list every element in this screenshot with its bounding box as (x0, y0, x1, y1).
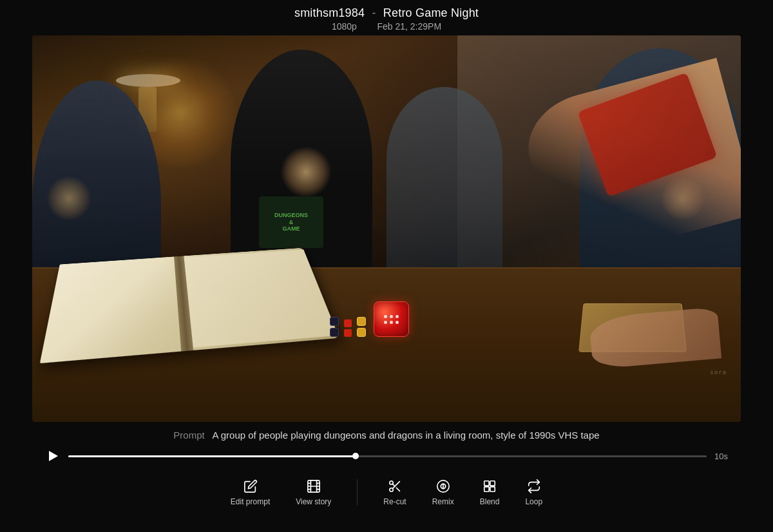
progress-bar[interactable] (68, 455, 707, 457)
die-big-red (374, 301, 409, 337)
view-story-label: View story (296, 497, 331, 506)
edit-prompt-label: Edit prompt (231, 497, 270, 506)
play-button[interactable] (45, 448, 61, 464)
face-left (46, 176, 91, 221)
die-black-2 (330, 328, 339, 337)
face-center (280, 146, 332, 198)
film-icon (305, 478, 322, 495)
bottom-section: Prompt A group of people playing dungeon… (32, 422, 741, 518)
video-player[interactable]: DUNGEONS&GAME (32, 35, 741, 422)
view-story-button[interactable]: View story (283, 474, 344, 510)
die-yellow-1 (357, 317, 366, 326)
video-date: Feb 21, 2:29PM (377, 21, 441, 32)
video-frame: DUNGEONS&GAME (32, 35, 741, 422)
die-red-small-1 (344, 319, 352, 327)
progress-scrubber[interactable] (352, 453, 359, 459)
remix-button[interactable]: Remix (419, 474, 467, 510)
recut-label: Re-cut (383, 497, 406, 506)
person-back-right (386, 87, 502, 267)
loop-label: Loop (525, 497, 542, 506)
svg-line-11 (396, 488, 399, 491)
svg-rect-15 (484, 481, 489, 486)
play-icon (49, 451, 58, 461)
die-yellow-2 (357, 328, 366, 337)
tshirt: DUNGEONS&GAME (259, 196, 323, 248)
recut-button[interactable]: Re-cut (370, 474, 419, 510)
pencil-icon (242, 478, 259, 495)
loop-icon (526, 478, 542, 495)
watermark: sora (710, 369, 727, 375)
prompt-label: Prompt (173, 430, 204, 441)
dice-group (330, 301, 409, 337)
die-red-small-2 (344, 329, 352, 337)
remix-icon (435, 478, 452, 495)
svg-rect-17 (484, 487, 489, 491)
svg-rect-16 (490, 481, 495, 486)
blend-button[interactable]: Blend (467, 474, 513, 510)
blend-icon (481, 478, 498, 495)
remix-label: Remix (432, 497, 454, 506)
prompt-bar: Prompt A group of people playing dungeon… (32, 422, 741, 446)
loop-button[interactable]: Loop (512, 474, 555, 510)
toolbar-divider (357, 479, 358, 505)
blend-label: Blend (480, 497, 500, 506)
header: smithsm1984 - Retro Game Night 1080p Feb… (0, 0, 773, 35)
die-black-1 (330, 317, 339, 326)
toolbar: Edit prompt View story (32, 469, 741, 518)
meta-separator (365, 21, 370, 32)
video-resolution: 1080p (332, 21, 357, 32)
scissors-icon (386, 478, 403, 495)
edit-prompt-button[interactable]: Edit prompt (218, 474, 283, 510)
svg-rect-18 (490, 487, 495, 491)
prompt-text: A group of people playing dungeons and d… (212, 430, 599, 441)
username: smithsm1984 (294, 6, 365, 19)
progress-fill (68, 455, 356, 457)
svg-line-12 (392, 484, 395, 486)
video-title: Retro Game Night (383, 6, 479, 19)
timeline: 10s (32, 446, 741, 469)
duration-label: 10s (714, 451, 728, 461)
title-separator: - (372, 6, 376, 19)
